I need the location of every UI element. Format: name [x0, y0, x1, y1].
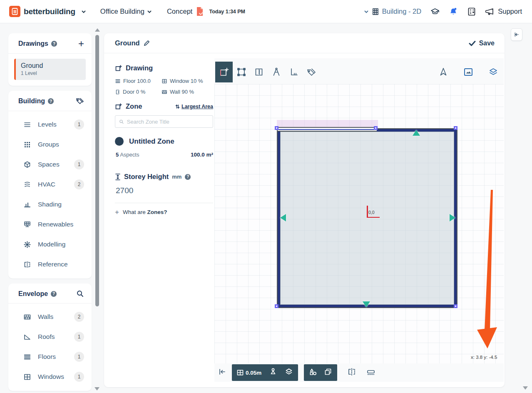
modelling-gear-icon	[23, 241, 31, 249]
floors-icon	[23, 353, 31, 361]
plumb-snap-button[interactable]	[269, 368, 277, 378]
sidebar-item-label: Reference	[38, 261, 68, 268]
aspects-label: Aspects	[120, 152, 139, 158]
storey-height-value[interactable]: 2700	[115, 186, 213, 195]
zone-search	[115, 115, 213, 128]
sidebar-item-hvac[interactable]: HVAC 2	[8, 174, 92, 194]
origin-axis-x	[367, 217, 380, 218]
background-image-button[interactable]	[462, 62, 475, 82]
sidebar-item-spaces[interactable]: Spaces 1	[8, 154, 92, 174]
wall-stat: Wall 90 %	[162, 89, 194, 95]
edge-arrow-left[interactable]	[280, 214, 286, 221]
zone-meta: 5 Aspects 100.0 m²	[115, 152, 213, 158]
sidebar-item-label: Modelling	[38, 241, 65, 248]
sidebar-item-label: Levels	[38, 121, 57, 128]
layer-snap-button[interactable]	[285, 368, 293, 378]
vertex-handle-top-right[interactable]	[454, 126, 457, 130]
sidebar-item-walls[interactable]: Walls 2	[8, 307, 92, 327]
support-button[interactable]: Support	[485, 7, 522, 16]
sort-icon	[175, 104, 180, 109]
sidebar-item-modelling[interactable]: Modelling	[8, 234, 92, 254]
support-label: Support	[498, 7, 522, 15]
mirror-button[interactable]	[347, 367, 356, 378]
sidebar-item-floors[interactable]: Floors 1	[8, 347, 92, 367]
tool-draw-zone[interactable]	[215, 62, 233, 82]
search-icon[interactable]	[76, 290, 84, 298]
edit-pencil-icon[interactable]	[144, 40, 149, 46]
tool-tags[interactable]	[303, 62, 320, 82]
count-badge: 2	[74, 312, 84, 322]
brand[interactable]: betterbuilding	[9, 6, 86, 17]
help-icon[interactable]: ?	[48, 98, 54, 104]
vertex-handle-top-mid[interactable]	[374, 126, 378, 130]
aspects-count: 5	[116, 152, 119, 158]
sidebar-item-reference[interactable]: Reference	[8, 254, 92, 274]
north-arrow-button[interactable]	[437, 62, 450, 82]
drawing-canvas[interactable]: 0,0 x: 3.8 y: -4.5	[214, 58, 504, 384]
help-icon[interactable]: ?	[51, 291, 57, 297]
window-wall-segment[interactable]	[278, 127, 377, 132]
zone-area: 100.0 m²	[191, 152, 213, 158]
brand-logo-icon	[9, 6, 20, 17]
save-button[interactable]: Save	[469, 40, 495, 47]
help-icon[interactable]: ?	[185, 174, 191, 180]
zone-list-item[interactable]: Untitled Zone	[115, 137, 213, 146]
project-selector[interactable]: Office Building	[100, 7, 152, 15]
grid-snap-button[interactable]: 0.05m	[237, 370, 261, 376]
sort-largest-area-link[interactable]: Largest Area	[175, 104, 213, 109]
sidebar-item-windows[interactable]: Windows 1	[8, 367, 92, 387]
origin-label: 0,0	[368, 210, 375, 215]
tags-icon[interactable]	[76, 97, 84, 105]
drawing-heading: Drawing	[126, 64, 153, 72]
tool-compass[interactable]	[268, 62, 285, 82]
count-badge: 1	[74, 159, 84, 169]
zone-shape[interactable]	[278, 129, 457, 307]
edge-arrow-bottom[interactable]	[363, 301, 370, 307]
panel-header: Ground Save	[104, 33, 505, 53]
storey-height-heading: Storey Height mm ?	[115, 173, 213, 181]
vertex-handle-bottom-left[interactable]	[275, 304, 278, 308]
sidebar-scrollbar[interactable]	[95, 35, 99, 306]
sidebar-item-groups[interactable]: Groups	[8, 134, 92, 154]
chevron-down-icon[interactable]	[81, 9, 86, 14]
wall-stat-icon	[162, 89, 167, 95]
vertex-handle-bottom-right[interactable]	[454, 304, 457, 308]
vertex-handle-top-left[interactable]	[275, 126, 278, 130]
walls-icon	[23, 313, 31, 321]
tool-wall[interactable]	[250, 62, 268, 82]
section-button[interactable]	[366, 367, 375, 378]
shapes-button[interactable]	[309, 368, 317, 378]
tool-select-frame[interactable]	[233, 62, 250, 82]
sidebar-scroll-down[interactable]	[94, 387, 99, 391]
edge-arrow-top[interactable]	[413, 130, 420, 136]
edge-arrow-right[interactable]	[450, 214, 455, 221]
layers-button[interactable]	[487, 62, 500, 82]
add-drawing-button[interactable]: +	[78, 40, 84, 48]
page-scroll-down[interactable]	[523, 386, 528, 390]
what-are-zones-link[interactable]: + What are Zones?	[115, 209, 213, 215]
project-name: Office Building	[100, 7, 144, 15]
stage-indicator[interactable]: Concept Today 1:34 PM	[167, 7, 245, 17]
sidebar-item-roofs[interactable]: Roofs 1	[8, 327, 92, 347]
sidebar-item-renewables[interactable]: Renewables	[8, 214, 92, 234]
duplicate-button[interactable]	[324, 368, 332, 378]
help-icon[interactable]: ?	[51, 41, 57, 47]
tool-angle[interactable]	[285, 62, 303, 82]
view-selector[interactable]: Building - 2D	[364, 7, 421, 15]
roofs-icon	[23, 333, 31, 341]
sidebar-item-levels[interactable]: Levels 1	[8, 114, 92, 134]
window-stat: Window 10 %	[162, 78, 203, 84]
collapse-panel-button[interactable]	[511, 28, 522, 41]
door-stat: Door 0 %	[115, 89, 162, 95]
collapse-bottom-bar-button[interactable]	[218, 367, 227, 378]
sidebar-scroll-up[interactable]	[95, 28, 100, 32]
zone-search-input[interactable]	[127, 119, 209, 125]
sidebar-item-shading[interactable]: Shading	[8, 194, 92, 214]
learning-cap-icon[interactable]	[430, 7, 440, 16]
notifications-bell-icon[interactable]	[449, 7, 458, 16]
calculator-icon[interactable]	[467, 7, 476, 16]
drawing-item-ground[interactable]: Ground 1 Level	[14, 59, 86, 80]
envelope-title: Envelope	[18, 290, 48, 298]
groups-icon	[23, 141, 31, 149]
drawings-card: Drawings ? + Ground 1 Level	[8, 33, 92, 86]
